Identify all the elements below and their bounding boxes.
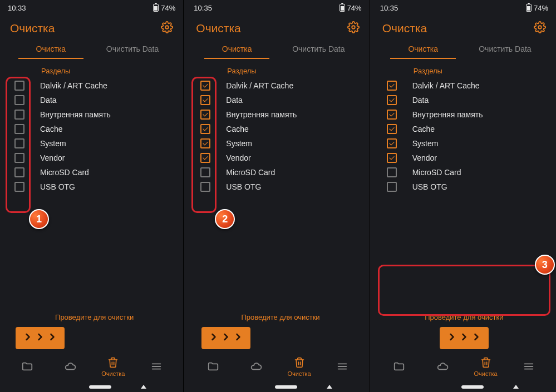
list-item[interactable]: Dalvik / ART Cache bbox=[191, 78, 359, 93]
folder-icon bbox=[21, 360, 33, 374]
checkbox[interactable] bbox=[200, 182, 210, 192]
status-time: 10:35 bbox=[380, 4, 398, 12]
swipe-button[interactable] bbox=[16, 327, 65, 349]
list-item[interactable]: System bbox=[6, 136, 173, 151]
checkbox[interactable] bbox=[387, 124, 397, 134]
nav-cloud[interactable] bbox=[421, 360, 464, 374]
tab-clean-data[interactable]: Очистить Data bbox=[464, 39, 546, 59]
list-item[interactable]: MicroSD Card bbox=[6, 165, 173, 180]
home-pill[interactable] bbox=[275, 385, 297, 389]
nav-clean[interactable]: Очистка bbox=[278, 357, 321, 377]
folder-icon bbox=[393, 360, 405, 374]
checkbox[interactable] bbox=[14, 138, 24, 148]
tab-clean-data[interactable]: Очистить Data bbox=[92, 39, 174, 59]
section-label: Разделы bbox=[372, 59, 556, 78]
tab-clean[interactable]: Очистка bbox=[196, 39, 278, 59]
list-item[interactable]: MicroSD Card bbox=[191, 165, 359, 180]
swipe-button[interactable] bbox=[201, 327, 250, 349]
list-item-label: System bbox=[40, 139, 66, 148]
checkbox[interactable] bbox=[387, 182, 397, 192]
annotation-badge: 2 bbox=[215, 209, 235, 229]
nav-label: Очистка bbox=[474, 370, 498, 377]
list-item[interactable]: USB OTG bbox=[6, 180, 173, 194]
list-item-label: Внутренняя память bbox=[412, 110, 483, 119]
checkbox[interactable] bbox=[200, 138, 210, 148]
list-item[interactable]: USB OTG bbox=[191, 180, 359, 194]
checkbox[interactable] bbox=[387, 81, 397, 91]
list-item[interactable]: Cache bbox=[191, 122, 359, 136]
nav-folder[interactable] bbox=[6, 360, 48, 374]
list-item[interactable]: Vendor bbox=[378, 151, 546, 165]
nav-cloud[interactable] bbox=[48, 360, 91, 374]
list-item[interactable]: Внутренняя память bbox=[378, 107, 546, 122]
list-item[interactable]: Внутренняя память bbox=[6, 107, 173, 122]
nav-label: Очистка bbox=[288, 370, 311, 377]
list-item[interactable]: Cache bbox=[6, 122, 173, 136]
partition-list: Dalvik / ART Cache Data Внутренняя памят… bbox=[372, 78, 556, 194]
list-item[interactable]: Dalvik / ART Cache bbox=[6, 78, 173, 93]
checkbox[interactable] bbox=[14, 81, 24, 91]
checkbox[interactable] bbox=[14, 182, 24, 192]
list-item[interactable]: Dalvik / ART Cache bbox=[378, 78, 546, 93]
gear-icon[interactable] bbox=[161, 21, 173, 36]
list-item[interactable]: MicroSD Card bbox=[378, 165, 546, 180]
list-item[interactable]: Data bbox=[191, 93, 359, 107]
checkbox[interactable] bbox=[200, 110, 210, 120]
page-title: Очистка bbox=[10, 22, 55, 35]
checkbox[interactable] bbox=[200, 167, 210, 177]
checkbox[interactable] bbox=[14, 153, 24, 163]
nav-folder[interactable] bbox=[191, 360, 234, 374]
system-nav bbox=[0, 380, 183, 392]
tab-clean[interactable]: Очистка bbox=[382, 39, 464, 59]
checkbox[interactable] bbox=[14, 110, 24, 120]
checkbox[interactable] bbox=[387, 110, 397, 120]
checkbox[interactable] bbox=[200, 95, 210, 105]
folder-icon bbox=[207, 360, 219, 374]
list-item[interactable]: Vendor bbox=[6, 151, 173, 165]
nav-cloud[interactable] bbox=[235, 360, 278, 374]
nav-menu[interactable] bbox=[507, 360, 550, 374]
swipe-button[interactable] bbox=[440, 327, 489, 349]
list-item[interactable]: Data bbox=[378, 93, 546, 107]
list-item[interactable]: Внутренняя память bbox=[191, 107, 359, 122]
list-item[interactable]: USB OTG bbox=[378, 180, 546, 194]
recents-caret-icon[interactable] bbox=[327, 385, 332, 389]
gear-icon[interactable] bbox=[534, 21, 546, 36]
cloud-icon bbox=[250, 360, 262, 374]
tab-clean-data[interactable]: Очистить Data bbox=[278, 39, 360, 59]
list-item[interactable]: System bbox=[191, 136, 359, 151]
checkbox[interactable] bbox=[387, 95, 397, 105]
nav-menu[interactable] bbox=[321, 360, 363, 374]
checkbox[interactable] bbox=[14, 95, 24, 105]
checkbox[interactable] bbox=[387, 138, 397, 148]
list-item[interactable]: System bbox=[378, 136, 546, 151]
recents-caret-icon[interactable] bbox=[513, 385, 519, 389]
list-item[interactable]: Vendor bbox=[191, 151, 359, 165]
checkbox[interactable] bbox=[14, 124, 24, 134]
trash-icon bbox=[480, 357, 491, 369]
nav-folder[interactable] bbox=[378, 360, 421, 374]
list-item-label: Vendor bbox=[412, 153, 437, 162]
gear-icon[interactable] bbox=[347, 21, 360, 36]
checkbox[interactable] bbox=[200, 124, 210, 134]
list-item[interactable]: Data bbox=[6, 93, 173, 107]
checkbox[interactable] bbox=[14, 167, 24, 177]
checkbox[interactable] bbox=[387, 167, 397, 177]
status-bar: 10:35 74% bbox=[372, 0, 556, 16]
home-pill[interactable] bbox=[89, 385, 111, 389]
list-item-label: MicroSD Card bbox=[40, 168, 89, 177]
checkbox[interactable] bbox=[200, 81, 210, 91]
trash-icon bbox=[294, 357, 305, 369]
nav-menu[interactable] bbox=[135, 360, 178, 374]
list-item-label: System bbox=[412, 139, 439, 148]
list-item-label: Cache bbox=[412, 125, 435, 133]
tab-clean[interactable]: Очистка bbox=[10, 39, 92, 59]
nav-clean[interactable]: Очистка bbox=[464, 357, 508, 377]
list-item[interactable]: Cache bbox=[378, 122, 546, 136]
checkbox[interactable] bbox=[200, 153, 210, 163]
checkbox[interactable] bbox=[387, 153, 397, 163]
home-pill[interactable] bbox=[461, 385, 484, 389]
cloud-icon bbox=[436, 360, 449, 374]
nav-clean[interactable]: Очистка bbox=[92, 357, 135, 377]
recents-caret-icon[interactable] bbox=[141, 385, 146, 389]
